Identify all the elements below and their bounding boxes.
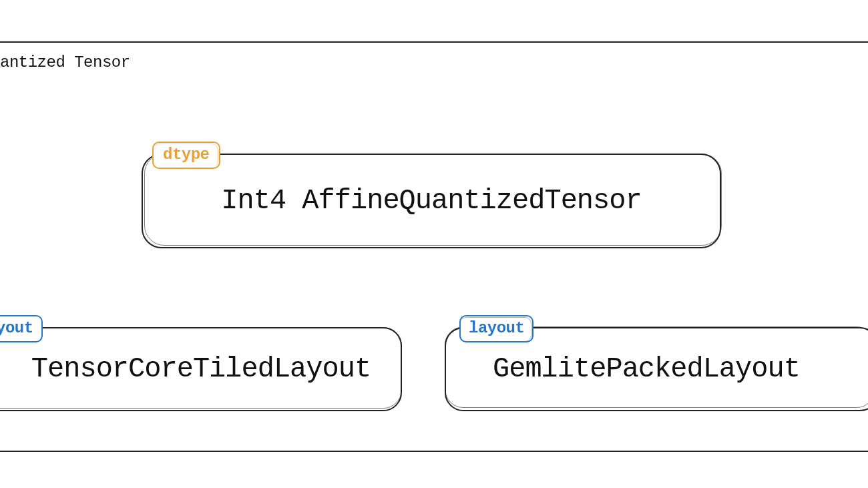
layout-tag-left: yout bbox=[0, 315, 43, 342]
main-tensor-box: Int4 AffineQuantizedTensor bbox=[142, 154, 721, 248]
layout-name-tensor-core: TensorCoreTiledLayout bbox=[31, 353, 371, 385]
layout-box-tensor-core: TensorCoreTiledLayout bbox=[0, 327, 402, 411]
container-title: antized Tensor bbox=[0, 53, 130, 71]
layout-tag-right: layout bbox=[459, 315, 533, 342]
dtype-tag: dtype bbox=[152, 142, 220, 169]
layout-name-gemlite: GemlitePackedLayout bbox=[493, 353, 800, 385]
main-tensor-name: Int4 AffineQuantizedTensor bbox=[221, 185, 641, 217]
